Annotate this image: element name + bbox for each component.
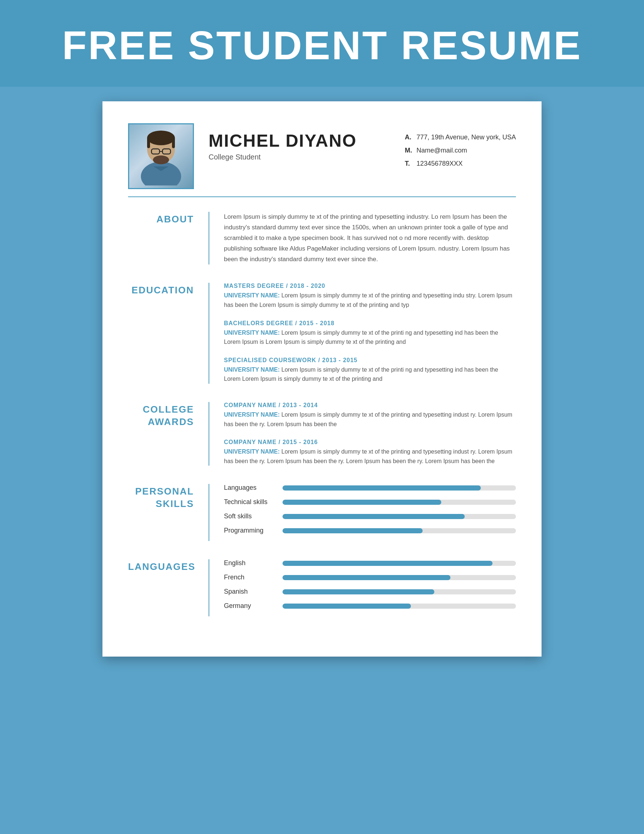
edu-degree-0: MASTERS DEGREE / 2018 - 2020 <box>224 283 516 289</box>
photo-box <box>128 123 194 189</box>
about-section: ABOUT Lorem Ipsum is simply dummy te xt … <box>128 212 516 265</box>
education-content: MASTERS DEGREE / 2018 - 2020 UNIVERSITY … <box>209 283 516 384</box>
lang-name-2: Spanish <box>224 588 283 595</box>
lang-bar-fill-3 <box>283 604 411 609</box>
lang-bar-container-2 <box>283 589 516 595</box>
languages-section: LANGUAGES English French Spanish <box>128 559 516 616</box>
svg-rect-3 <box>147 137 150 148</box>
edu-uni-1: UNIVERSITY NAME: <box>224 330 280 336</box>
edu-uni-0: UNIVERSITY NAME: <box>224 292 280 299</box>
edu-degree-1: BACHELORS DEGREE / 2015 - 2018 <box>224 320 516 326</box>
skill-row-0: Languages <box>224 484 516 491</box>
edu-item-2: SPECIALISED COURSEWORK / 2013 - 2015 UNI… <box>224 357 516 384</box>
edu-item-1: BACHELORS DEGREE / 2015 - 2018 UNIVERSIT… <box>224 320 516 347</box>
college-awards-label-container: COLLEGE AWARDS <box>128 402 209 465</box>
skill-bar-fill-1 <box>283 499 441 505</box>
candidate-name: MICHEL DIYANO <box>209 131 390 151</box>
skill-bar-container-2 <box>283 514 516 519</box>
college-awards-label: COLLEGE AWARDS <box>128 404 194 428</box>
skill-bar-container-1 <box>283 499 516 505</box>
lang-bar-fill-1 <box>283 575 450 580</box>
college-awards-content: COMPANY NAME / 2013 - 2014 UNIVERSITY NA… <box>209 402 516 465</box>
lang-bar-container-1 <box>283 575 516 580</box>
edu-desc-2: UNIVERSITY NAME: Lorem Ipsum is simply d… <box>224 365 516 384</box>
skill-name-2: Soft skills <box>224 512 283 520</box>
about-text: Lorem Ipsum is simply dummy te xt of the… <box>224 212 516 265</box>
resume-card: MICHEL DIYANO College Student A. 777, 19… <box>102 101 542 656</box>
skill-row-2: Soft skills <box>224 512 516 520</box>
skill-bar-fill-2 <box>283 514 465 519</box>
languages-content: English French Spanish Germany <box>209 559 516 616</box>
languages-label-container: LANGUAGES <box>128 559 209 616</box>
award-item-1: COMPANY NAME / 2015 - 2016 UNIVERSITY NA… <box>224 439 516 465</box>
lang-row-1: French <box>224 574 516 581</box>
college-awards-section: COLLEGE AWARDS COMPANY NAME / 2013 - 201… <box>128 402 516 465</box>
svg-rect-4 <box>172 137 175 148</box>
skill-name-1: Technical skills <box>224 498 283 506</box>
personal-skills-content: Languages Technical skills Soft skills P… <box>209 484 516 541</box>
lang-bar-fill-0 <box>283 561 492 566</box>
lang-bar-container-0 <box>283 561 516 566</box>
award-desc-0: UNIVERSITY NAME: Lorem Ipsum is simply d… <box>224 410 516 429</box>
skill-name-3: Programming <box>224 527 283 534</box>
edu-degree-2: SPECIALISED COURSEWORK / 2013 - 2015 <box>224 357 516 364</box>
languages-label: LANGUAGES <box>128 561 196 572</box>
edu-desc-1: UNIVERSITY NAME: Lorem Ipsum is simply d… <box>224 328 516 347</box>
skill-bar-container-3 <box>283 528 516 533</box>
lang-row-0: English <box>224 559 516 567</box>
award-desc-1: UNIVERSITY NAME: Lorem Ipsum is simply d… <box>224 447 516 465</box>
about-label: ABOUT <box>157 213 194 225</box>
person-silhouette <box>135 127 187 186</box>
skill-row-3: Programming <box>224 527 516 534</box>
lang-row-2: Spanish <box>224 588 516 595</box>
lang-name-3: Germany <box>224 602 283 610</box>
address-row: A. 777, 19th Avenue, New york, USA <box>405 131 516 144</box>
header-section: MICHEL DIYANO College Student A. 777, 19… <box>128 123 516 197</box>
contact-info: A. 777, 19th Avenue, New york, USA M. Na… <box>405 123 516 170</box>
education-section: EDUCATION MASTERS DEGREE / 2018 - 2020 U… <box>128 283 516 384</box>
email-label: M. <box>405 144 413 157</box>
skill-row-1: Technical skills <box>224 498 516 506</box>
email-row: M. Name@mail.com <box>405 144 516 157</box>
lang-name-0: English <box>224 559 283 567</box>
email-value: Name@mail.com <box>416 144 467 157</box>
education-label-container: EDUCATION <box>128 283 209 384</box>
skill-name-0: Languages <box>224 484 283 491</box>
svg-point-0 <box>141 162 181 186</box>
personal-skills-label-container: PERSONAL SKILLS <box>128 484 209 541</box>
about-label-container: ABOUT <box>128 212 209 265</box>
award-company-1: COMPANY NAME / 2015 - 2016 <box>224 439 516 446</box>
skill-bar-container-0 <box>283 485 516 491</box>
lang-bar-container-3 <box>283 604 516 609</box>
lang-bar-fill-2 <box>283 589 434 595</box>
award-uni-0: UNIVERSITY NAME: <box>224 412 280 418</box>
edu-item-0: MASTERS DEGREE / 2018 - 2020 UNIVERSITY … <box>224 283 516 309</box>
edu-desc-0: UNIVERSITY NAME: Lorem Ipsum is simply d… <box>224 291 516 309</box>
candidate-subtitle: College Student <box>209 153 390 161</box>
lang-row-3: Germany <box>224 602 516 610</box>
phone-value: 123456789XXX <box>416 157 463 170</box>
svg-point-8 <box>153 155 169 164</box>
phone-label: T. <box>405 157 413 170</box>
award-item-0: COMPANY NAME / 2013 - 2014 UNIVERSITY NA… <box>224 402 516 429</box>
personal-skills-section: PERSONAL SKILLS Languages Technical skil… <box>128 484 516 541</box>
banner-title: FREE STUDENT RESUME <box>29 22 615 68</box>
edu-uni-2: UNIVERSITY NAME: <box>224 367 280 373</box>
personal-skills-label: PERSONAL SKILLS <box>128 485 194 510</box>
award-company-0: COMPANY NAME / 2013 - 2014 <box>224 402 516 409</box>
about-content: Lorem Ipsum is simply dummy te xt of the… <box>209 212 516 265</box>
skill-bar-fill-3 <box>283 528 422 533</box>
top-banner: FREE STUDENT RESUME <box>0 0 644 87</box>
phone-row: T. 123456789XXX <box>405 157 516 170</box>
name-title-block: MICHEL DIYANO College Student <box>209 123 390 161</box>
skill-bar-fill-0 <box>283 485 481 491</box>
address-value: 777, 19th Avenue, New york, USA <box>416 131 516 144</box>
address-label: A. <box>405 131 413 144</box>
photo-placeholder <box>129 124 193 188</box>
lang-name-1: French <box>224 574 283 581</box>
svg-point-2 <box>147 131 175 145</box>
education-label: EDUCATION <box>131 284 194 296</box>
award-uni-1: UNIVERSITY NAME: <box>224 448 280 455</box>
